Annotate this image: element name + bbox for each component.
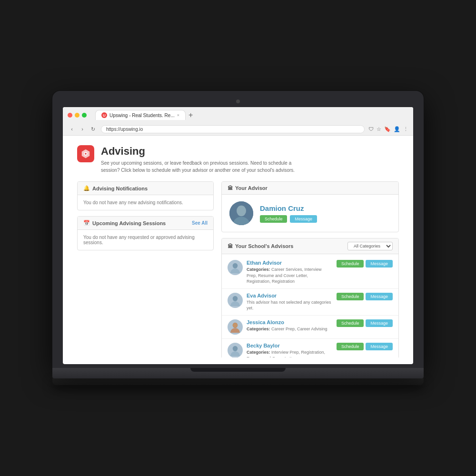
svg-point-8: [230, 301, 240, 306]
see-all-link[interactable]: See All: [192, 220, 208, 226]
your-advisor-card: 🏛 Your Advisor: [221, 181, 399, 232]
becky-categories-label: Categories:: [247, 350, 270, 355]
eva-categories: This advisor has not selected any catego…: [247, 299, 333, 311]
tab-close-btn[interactable]: ×: [177, 113, 179, 118]
svg-point-1: [85, 153, 87, 155]
browser-titlebar: U Upswing - Real Students. Re... × +: [63, 107, 413, 123]
logo-icon: [80, 149, 91, 159]
eva-schedule-btn[interactable]: Schedule: [337, 293, 364, 300]
list-item: Eva Advisor This advisor has not selecte…: [222, 289, 398, 316]
jessica-avatar: [228, 319, 243, 335]
ethan-name: Ethan Advisor: [247, 260, 333, 266]
school-advisors-header: 🏛 Your School's Advisors All Categories: [222, 238, 398, 254]
your-advisor-message-btn[interactable]: Message: [290, 215, 317, 223]
svg-point-13: [230, 351, 240, 356]
upcoming-sessions-body: You do not have any requested or approve…: [78, 230, 213, 250]
ethan-categories-label: Categories:: [247, 267, 270, 272]
your-advisor-header: 🏛 Your Advisor: [222, 182, 398, 195]
school-building-icon: 🏛: [228, 243, 233, 249]
page-content: Advising See your upcoming sessions, or …: [63, 136, 413, 357]
tab-bar: U Upswing - Real Students. Re... × +: [90, 110, 198, 120]
nav-buttons: ‹ › ↻: [68, 125, 97, 133]
url-text: https://upswing.io: [106, 127, 143, 132]
advisor-list: Ethan Advisor Categories: Career Service…: [222, 254, 398, 357]
url-bar[interactable]: https://upswing.io: [101, 125, 365, 133]
list-item: Ethan Advisor Categories: Career Service…: [222, 256, 398, 289]
your-advisor-body: Damion Cruz Schedule Message: [222, 195, 398, 232]
eva-avatar-icon: [229, 295, 241, 306]
your-advisor-schedule-btn[interactable]: Schedule: [260, 215, 288, 223]
jessica-categories: Categories: Career Prep, Career Advising: [247, 326, 333, 332]
jessica-categories-text: Career Prep, Career Advising: [271, 327, 327, 331]
becky-buttons: Schedule Message: [337, 343, 393, 350]
content-grid: 🔔 Advising Notifications You do not have…: [77, 181, 399, 357]
notifications-body: You do not have any new advising notific…: [78, 195, 213, 210]
screen-bezel: U Upswing - Real Students. Re... × + ‹ ›…: [52, 91, 424, 368]
notifications-card-header: 🔔 Advising Notifications: [78, 182, 213, 195]
ethan-avatar-icon: [229, 262, 241, 273]
browser-chrome: U Upswing - Real Students. Re... × + ‹ ›…: [63, 107, 413, 136]
eva-categories-text: This advisor has not selected any catego…: [247, 300, 331, 311]
your-advisor-photo: [229, 201, 253, 225]
camera: [236, 99, 240, 103]
jessica-info: Jessica Alonzo Categories: Career Prep, …: [247, 319, 333, 332]
becky-avatar-icon: [229, 345, 241, 356]
more-options-icon[interactable]: ⋮: [403, 126, 408, 132]
forward-btn[interactable]: ›: [78, 125, 87, 133]
bookmark-icon[interactable]: ☆: [377, 126, 381, 132]
bell-icon: 🔔: [83, 185, 90, 191]
right-column: 🏛 Your Advisor: [221, 181, 399, 357]
upcoming-sessions-header: 📅 Upcoming Advising Sessions See All: [78, 217, 213, 230]
eva-message-btn[interactable]: Message: [366, 293, 393, 300]
back-btn[interactable]: ‹: [68, 125, 76, 133]
jessica-schedule-btn[interactable]: Schedule: [337, 319, 364, 327]
page-subtitle: See your upcoming sessions, or leave fee…: [101, 159, 301, 174]
becky-name: Becky Baylor: [247, 343, 333, 348]
laptop-screen: U Upswing - Real Students. Re... × + ‹ ›…: [63, 107, 413, 364]
tab-label: Upswing - Real Students. Re...: [109, 113, 175, 118]
becky-categories: Categories: Interview Prep, Registration…: [247, 349, 333, 357]
tab-favicon: U: [101, 112, 107, 118]
your-advisor-info: Damion Cruz Schedule Message: [260, 204, 391, 223]
advisor-photo-svg: [229, 201, 253, 225]
becky-schedule-btn[interactable]: Schedule: [337, 343, 364, 350]
categories-dropdown[interactable]: All Categories: [347, 242, 393, 250]
notifications-card: 🔔 Advising Notifications You do not have…: [77, 181, 214, 210]
ethan-categories: Categories: Career Services, Interview P…: [247, 267, 333, 285]
address-bar: ‹ › ↻ https://upswing.io 🛡 ☆ 🔖 👤 ⋮: [63, 123, 413, 135]
school-advisors-header-left: 🏛 Your School's Advisors: [228, 243, 293, 249]
minimize-window-btn[interactable]: [75, 113, 79, 118]
jessica-categories-label: Categories:: [247, 327, 270, 331]
svg-point-3: [237, 206, 246, 217]
refresh-btn[interactable]: ↻: [89, 125, 97, 133]
extensions-icon[interactable]: 🔖: [384, 126, 391, 132]
becky-avatar: [228, 343, 243, 357]
jessica-avatar-icon: [229, 321, 241, 333]
jessica-buttons: Schedule Message: [337, 319, 393, 327]
page-title-block: Advising See your upcoming sessions, or …: [101, 145, 301, 174]
svg-point-7: [233, 296, 238, 301]
ethan-message-btn[interactable]: Message: [366, 260, 393, 268]
your-advisor-name: Damion Cruz: [260, 204, 391, 212]
calendar-icon: 📅: [83, 220, 90, 226]
close-window-btn[interactable]: [68, 113, 72, 118]
jessica-message-btn[interactable]: Message: [366, 319, 393, 327]
add-tab-btn[interactable]: +: [188, 111, 193, 119]
becky-message-btn[interactable]: Message: [366, 343, 393, 350]
eva-info: Eva Advisor This advisor has not selecte…: [247, 293, 333, 311]
profile-icon[interactable]: 👤: [394, 126, 400, 132]
svg-point-12: [233, 346, 238, 351]
browser-actions: 🛡 ☆ 🔖 👤 ⋮: [368, 126, 408, 132]
app-logo: [77, 145, 94, 162]
eva-avatar: [228, 293, 243, 308]
ethan-schedule-btn[interactable]: Schedule: [337, 260, 364, 268]
school-advisors-card: 🏛 Your School's Advisors All Categories: [221, 238, 399, 357]
maximize-window-btn[interactable]: [82, 113, 87, 118]
list-item: Becky Baylor Categories: Interview Prep,…: [222, 339, 398, 357]
extension-shield-icon[interactable]: 🛡: [368, 126, 374, 132]
eva-name: Eva Advisor: [247, 293, 333, 298]
school-advisors-title: Your School's Advisors: [235, 243, 293, 249]
svg-point-11: [233, 323, 238, 328]
browser-tab-active[interactable]: U Upswing - Real Students. Re... ×: [95, 110, 186, 120]
laptop-base: [52, 368, 424, 378]
